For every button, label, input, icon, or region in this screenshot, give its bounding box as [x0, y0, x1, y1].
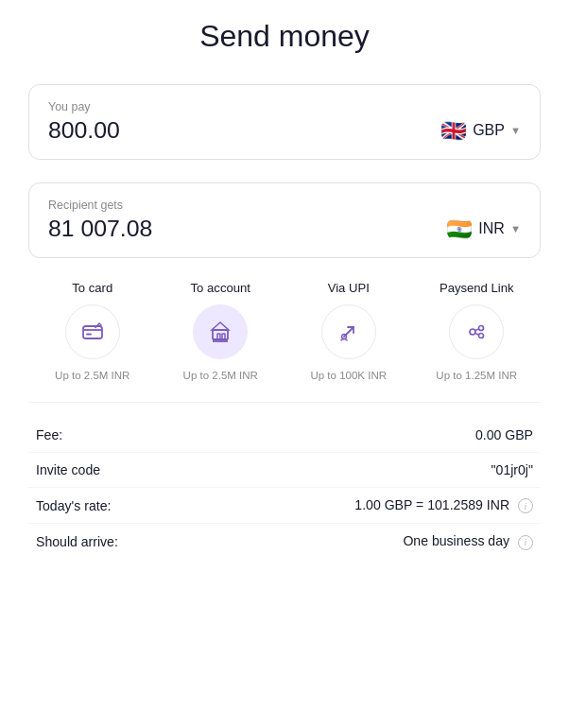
method-to-account[interactable]: To account Up to 2.5M INR	[157, 281, 285, 383]
arrival-info-icon[interactable]: i	[518, 535, 533, 550]
to-card-label: To card	[72, 281, 112, 295]
gbp-flag-icon: 🇬🇧	[440, 117, 467, 144]
rate-label: Today's rate:	[36, 498, 111, 513]
via-upi-limit: Up to 100K INR	[310, 369, 387, 383]
you-pay-label: You pay	[48, 100, 521, 113]
svg-line-14	[475, 334, 479, 336]
recipient-gets-amount[interactable]: 81 007.08	[48, 216, 152, 242]
method-via-upi[interactable]: Via UPI Up to 100K INR	[284, 281, 413, 383]
svg-rect-0	[83, 326, 102, 338]
transfer-methods-section: To card Up to 2.5M INR To account	[28, 281, 541, 383]
inr-chevron-icon: ▼	[510, 223, 521, 234]
svg-line-13	[475, 329, 479, 331]
you-pay-amount[interactable]: 800.00	[48, 117, 120, 144]
paysend-link-icon	[464, 320, 489, 344]
you-pay-card: You pay 800.00 🇬🇧 GBP ▼	[28, 84, 541, 160]
upi-icon	[336, 320, 361, 344]
via-upi-label: Via UPI	[328, 281, 370, 295]
svg-point-10	[470, 329, 475, 335]
invite-code-row: Invite code "01jr0j"	[28, 453, 541, 488]
paysend-link-limit: Up to 1.25M INR	[436, 369, 517, 383]
inr-currency-selector[interactable]: 🇮🇳 INR ▼	[446, 216, 521, 242]
card-icon	[80, 320, 105, 344]
gbp-currency-selector[interactable]: 🇬🇧 GBP ▼	[440, 117, 521, 144]
details-section: Fee: 0.00 GBP Invite code "01jr0j" Today…	[28, 402, 541, 560]
fee-value: 0.00 GBP	[475, 427, 533, 442]
page-title: Send money	[199, 19, 370, 54]
invite-code-label: Invite code	[36, 462, 100, 477]
inr-currency-code: INR	[478, 220, 505, 237]
recipient-gets-label: Recipient gets	[48, 199, 521, 212]
to-card-icon-circle	[65, 304, 120, 359]
gbp-currency-code: GBP	[473, 122, 505, 139]
method-to-card[interactable]: To card Up to 2.5M INR	[28, 281, 157, 383]
rate-row: Today's rate: 1.00 GBP = 101.2589 INR i	[28, 488, 541, 525]
fee-label: Fee:	[36, 427, 62, 442]
bank-icon	[208, 320, 233, 344]
to-card-limit: Up to 2.5M INR	[55, 369, 129, 383]
paysend-link-label: Paysend Link	[440, 281, 514, 295]
to-account-icon-circle	[193, 304, 248, 359]
gbp-chevron-icon: ▼	[510, 125, 521, 136]
arrival-value: One business day i	[403, 533, 533, 550]
method-paysend-link[interactable]: Paysend Link Up to 1.25M INR	[413, 281, 542, 383]
fee-row: Fee: 0.00 GBP	[28, 418, 541, 453]
to-account-label: To account	[191, 281, 250, 295]
invite-code-value: "01jr0j"	[491, 462, 533, 477]
methods-labels-row: To card Up to 2.5M INR To account	[28, 281, 541, 383]
rate-info-icon[interactable]: i	[518, 498, 533, 513]
svg-marker-6	[212, 322, 229, 330]
arrival-label: Should arrive:	[36, 534, 118, 549]
inr-flag-icon: 🇮🇳	[446, 216, 473, 242]
svg-point-11	[479, 326, 484, 331]
rate-value: 1.00 GBP = 101.2589 INR i	[354, 497, 533, 514]
arrival-row: Should arrive: One business day i	[28, 524, 541, 560]
to-account-limit: Up to 2.5M INR	[183, 369, 258, 383]
recipient-gets-card: Recipient gets 81 007.08 🇮🇳 INR ▼	[28, 182, 541, 258]
paysend-link-icon-circle	[449, 304, 504, 359]
svg-point-12	[479, 334, 484, 338]
via-upi-icon-circle	[321, 304, 376, 359]
